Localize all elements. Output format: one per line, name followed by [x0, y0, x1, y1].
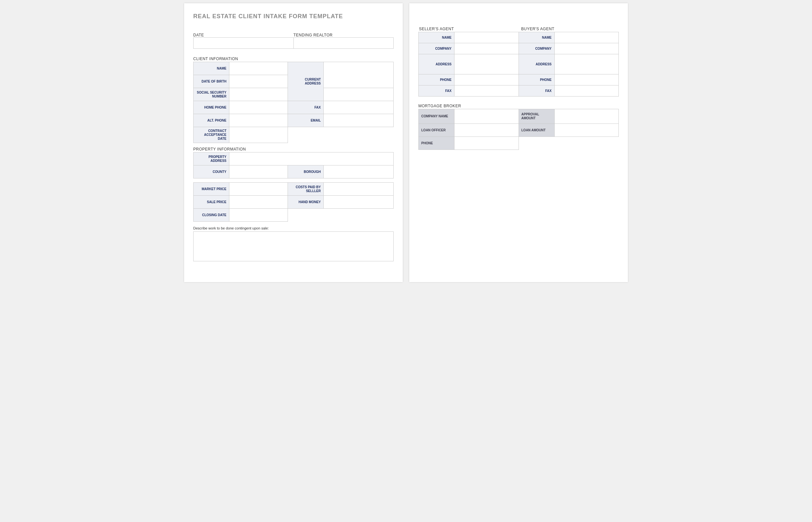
input-fax[interactable] [324, 101, 394, 114]
input-name[interactable] [229, 62, 288, 75]
input-county[interactable] [229, 165, 288, 178]
label-borough: BOROUGH [288, 165, 324, 178]
label-loan-amount: LOAN AMOUNT [519, 124, 554, 137]
input-seller-fax[interactable] [455, 85, 519, 97]
input-seller-company[interactable] [455, 43, 519, 54]
date-header: DATE [193, 33, 293, 37]
label-alt-phone: ALT. PHONE [194, 114, 229, 127]
input-buyer-fax[interactable] [554, 85, 619, 97]
label-seller-address: ADDRESS [419, 54, 455, 75]
agents-headers: SELLER'S AGENT BUYER'S AGENT [418, 27, 619, 32]
client-section-header: CLIENT INFORMATION [193, 57, 394, 61]
label-closing-date: CLOSING DATE [194, 209, 229, 222]
label-sale-price: SALE PRICE [194, 196, 229, 209]
input-ssn[interactable] [229, 88, 288, 101]
label-company-name: COMPANY NAME [419, 109, 455, 124]
input-home-phone[interactable] [229, 101, 288, 114]
label-loan-officer: LOAN OFFICER [419, 124, 455, 137]
input-costs-paid[interactable] [324, 183, 394, 196]
label-county: COUNTY [194, 165, 229, 178]
property-table-2: MARKET PRICE COSTS PAID BY SELLLER SALE … [193, 182, 394, 222]
label-buyer-address: ADDRESS [519, 54, 554, 75]
input-market-price[interactable] [229, 183, 288, 196]
input-buyer-name[interactable] [554, 32, 619, 43]
input-address-2[interactable] [324, 88, 394, 101]
input-seller-phone[interactable] [455, 75, 519, 85]
input-loan-amount[interactable] [554, 124, 619, 137]
input-contract-date[interactable] [229, 127, 288, 143]
label-seller-company: COMPANY [419, 43, 455, 54]
input-broker-phone[interactable] [455, 137, 519, 150]
label-costs-paid: COSTS PAID BY SELLLER [288, 183, 324, 196]
page-2: SELLER'S AGENT BUYER'S AGENT NAME NAME C… [409, 3, 628, 282]
label-contract-date: CONTRACT ACCEPTANCE DATE [194, 127, 229, 143]
realtor-header: TENDING REALTOR [293, 33, 394, 37]
label-home-phone: HOME PHONE [194, 101, 229, 114]
label-dob: DATE OF BIRTH [194, 75, 229, 88]
input-loan-officer[interactable] [455, 124, 519, 137]
label-buyer-company: COMPANY [519, 43, 554, 54]
realtor-input[interactable] [293, 38, 394, 49]
buyers-agent-header: BUYER'S AGENT [517, 27, 619, 31]
client-table: NAME CURRENT ADDRESS DATE OF BIRTH SOCIA… [193, 62, 394, 143]
label-buyer-name: NAME [519, 32, 554, 43]
input-approval-amount[interactable] [554, 109, 619, 124]
label-broker-phone: PHONE [419, 137, 455, 150]
label-email: EMAIL [288, 114, 324, 127]
label-seller-fax: FAX [419, 85, 455, 97]
label-current-address: CURRENT ADDRESS [288, 62, 324, 101]
input-buyer-address[interactable] [554, 54, 619, 75]
input-sale-price[interactable] [229, 196, 288, 209]
input-dob[interactable] [229, 75, 288, 88]
label-buyer-phone: PHONE [519, 75, 554, 85]
describe-label: Describe work to be done contingent upon… [193, 226, 394, 230]
property-table-1: PROPERTY ADDRESS COUNTY BOROUGH [193, 152, 394, 178]
label-prop-address: PROPERTY ADDRESS [194, 153, 229, 165]
input-company-name[interactable] [455, 109, 519, 124]
top-headers: DATE TENDING REALTOR [193, 33, 394, 37]
label-name: NAME [194, 62, 229, 75]
form-title: REAL ESTATE CLIENT INTAKE FORM TEMPLATE [193, 13, 394, 20]
input-email[interactable] [324, 114, 394, 127]
input-seller-name[interactable] [455, 32, 519, 43]
input-hand-money[interactable] [324, 196, 394, 209]
broker-section-header: MORTGAGE BROKER [418, 104, 619, 108]
label-fax: FAX [288, 101, 324, 114]
label-market-price: MARKET PRICE [194, 183, 229, 196]
label-buyer-fax: FAX [519, 85, 554, 97]
label-seller-phone: PHONE [419, 75, 455, 85]
date-input[interactable] [194, 38, 294, 49]
input-alt-phone[interactable] [229, 114, 288, 127]
input-address-1[interactable] [324, 62, 394, 88]
input-prop-address[interactable] [229, 153, 394, 165]
label-ssn: SOCIAL SECURITY NUMBER [194, 88, 229, 101]
label-seller-name: NAME [419, 32, 455, 43]
describe-input[interactable] [193, 232, 394, 261]
agents-table: NAME NAME COMPANY COMPANY ADDRESS ADDRES… [418, 32, 619, 97]
input-borough[interactable] [324, 165, 394, 178]
input-buyer-phone[interactable] [554, 75, 619, 85]
label-approval-amount: APPROVAL AMOUNT [519, 109, 554, 124]
top-table [193, 37, 394, 49]
sellers-agent-header: SELLER'S AGENT [418, 27, 517, 31]
page-1: REAL ESTATE CLIENT INTAKE FORM TEMPLATE … [184, 3, 403, 282]
input-closing-date[interactable] [229, 209, 288, 222]
label-hand-money: HAND MONEY [288, 196, 324, 209]
input-buyer-company[interactable] [554, 43, 619, 54]
broker-table: COMPANY NAME APPROVAL AMOUNT LOAN OFFICE… [418, 109, 619, 150]
input-seller-address[interactable] [455, 54, 519, 75]
property-section-header: PROPERTY INFORMATION [193, 147, 394, 152]
